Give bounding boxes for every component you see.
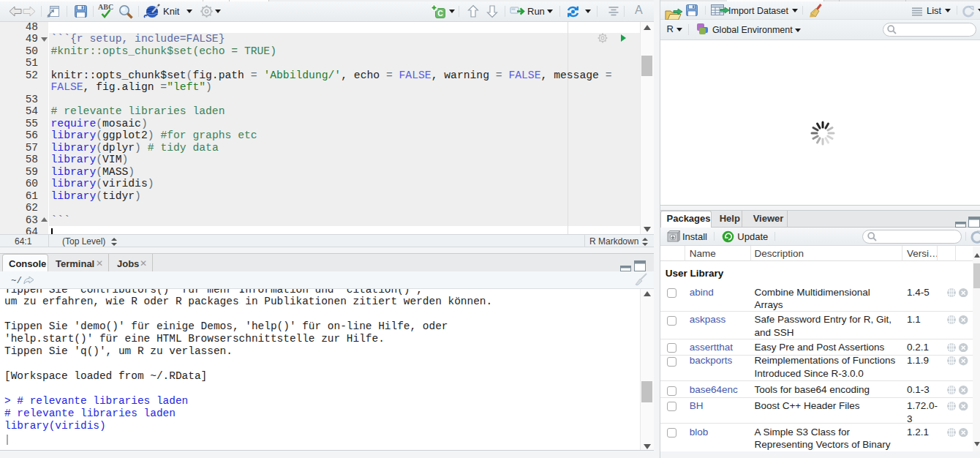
svg-text:C: C bbox=[437, 9, 443, 18]
